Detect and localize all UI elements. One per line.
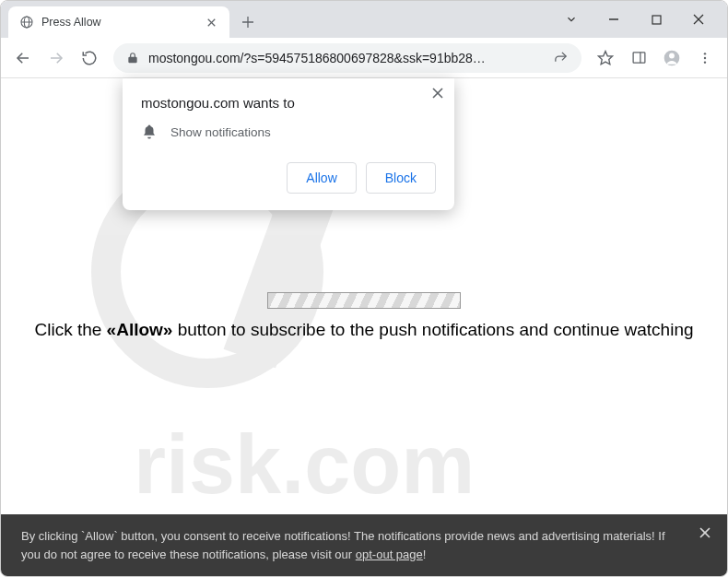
bell-icon <box>141 124 158 140</box>
svg-rect-1 <box>652 16 661 24</box>
window-dropdown-button[interactable] <box>550 5 593 34</box>
permission-row-label: Show notifications <box>170 125 271 139</box>
forward-button[interactable] <box>41 43 71 73</box>
consent-bar: By clicking `Allow` button, you consent … <box>1 514 727 576</box>
globe-icon <box>19 15 34 29</box>
svg-point-17 <box>669 53 675 58</box>
url-text: mostongou.com/?s=594575186800697828&ssk=… <box>148 51 544 65</box>
browser-tab[interactable]: Press Allow <box>8 6 229 38</box>
tab-close-button[interactable] <box>204 15 218 29</box>
lock-icon <box>126 52 139 65</box>
window-minimize-button[interactable] <box>593 5 635 34</box>
reload-button[interactable] <box>75 43 104 73</box>
address-bar[interactable]: mostongou.com/?s=594575186800697828&ssk=… <box>113 43 581 73</box>
permission-row: Show notifications <box>141 124 436 140</box>
window-close-button[interactable] <box>677 5 720 34</box>
share-icon[interactable] <box>553 50 569 65</box>
side-panel-button[interactable] <box>624 43 653 73</box>
menu-button[interactable] <box>690 43 720 73</box>
window-controls <box>550 1 727 38</box>
msg-suffix: button to subscribe to the push notifica… <box>172 320 693 339</box>
tab-title: Press Allow <box>41 16 196 29</box>
svg-rect-14 <box>633 53 645 63</box>
opt-out-link[interactable]: opt-out page <box>356 548 423 561</box>
msg-prefix: Click the <box>34 320 106 339</box>
bookmark-button[interactable] <box>591 43 620 73</box>
back-button[interactable] <box>8 43 38 73</box>
allow-button[interactable]: Allow <box>287 162 356 194</box>
permission-title: mostongou.com wants to <box>141 95 436 111</box>
permission-dialog: mostongou.com wants to Show notification… <box>123 78 454 210</box>
permission-buttons: Allow Block <box>141 162 436 194</box>
new-tab-button[interactable] <box>235 9 261 35</box>
consent-close-button[interactable] <box>699 527 710 538</box>
profile-button[interactable] <box>657 43 687 73</box>
consent-text-2: ! <box>423 548 427 561</box>
svg-marker-13 <box>599 51 613 64</box>
svg-text:risk.com: risk.com <box>134 418 475 511</box>
loading-bar <box>267 292 461 309</box>
browser-toolbar: mostongou.com/?s=594575186800697828&ssk=… <box>1 38 727 78</box>
permission-close-button[interactable] <box>432 88 443 99</box>
svg-point-19 <box>704 56 706 58</box>
consent-text: By clicking `Allow` button, you consent … <box>21 529 665 561</box>
main-message: Click the «Allow» button to subscribe to… <box>1 320 727 340</box>
block-button[interactable]: Block <box>366 162 436 194</box>
window-maximize-button[interactable] <box>635 5 677 34</box>
svg-point-20 <box>704 61 706 63</box>
svg-point-18 <box>704 53 706 54</box>
msg-strong: «Allow» <box>107 320 173 339</box>
